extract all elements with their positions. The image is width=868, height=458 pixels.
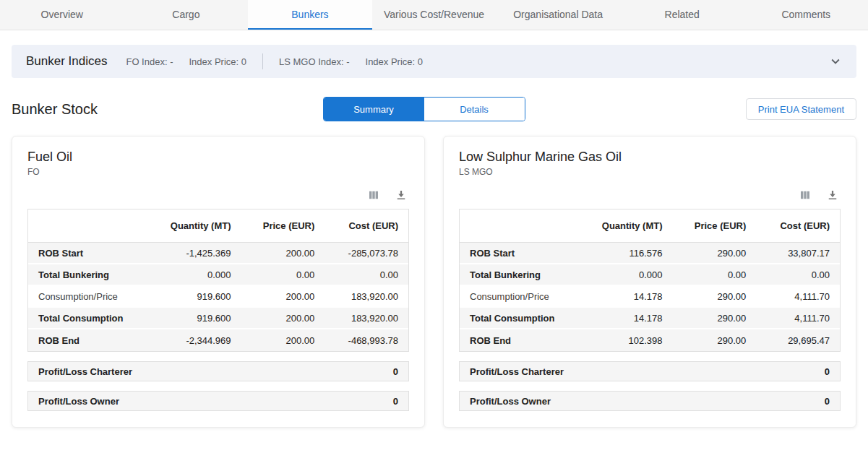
row-quantity: 102.398 bbox=[589, 335, 673, 346]
row-price: 200.00 bbox=[241, 335, 325, 346]
card-actions bbox=[459, 189, 839, 202]
ls-mgo-index-price-label: Index Price: 0 bbox=[366, 56, 424, 67]
table-row-rob-end: ROB End 102.398 290.00 29,695.47 bbox=[460, 329, 840, 351]
fo-index-label: FO Index: - bbox=[126, 56, 173, 67]
table-row-rob-start: ROB Start -1,425.369 200.00 -285,073.78 bbox=[28, 243, 408, 264]
ls-mgo-card: Low Sulphur Marine Gas Oil LS MGO Quanti… bbox=[443, 136, 856, 428]
profit-loss-charterer: Profit/Loss Charterer 0 bbox=[459, 361, 841, 381]
row-price: 0.00 bbox=[673, 269, 757, 280]
row-price: 290.00 bbox=[673, 291, 757, 302]
summary-details-toggle: Summary Details bbox=[323, 97, 525, 121]
row-label: Total Consumption bbox=[460, 313, 589, 324]
header-quantity: Quantity (MT) bbox=[589, 220, 673, 231]
fo-index-price-label: Index Price: 0 bbox=[189, 56, 246, 67]
summary-toggle-button[interactable]: Summary bbox=[324, 98, 424, 121]
row-label: Total Bunkering bbox=[460, 269, 589, 280]
row-label: ROB End bbox=[460, 335, 589, 346]
row-quantity: 14.178 bbox=[589, 313, 673, 324]
print-eua-statement-button[interactable]: Print EUA Statement bbox=[746, 98, 856, 120]
bunker-stock-title: Bunker Stock bbox=[12, 101, 343, 118]
header-price: Price (EUR) bbox=[673, 220, 757, 231]
table-row-total-consumption: Total Consumption 919.600 200.00 183,920… bbox=[28, 308, 408, 329]
row-label: ROB Start bbox=[28, 248, 158, 259]
chevron-down-icon[interactable] bbox=[828, 53, 843, 69]
download-icon[interactable] bbox=[395, 189, 408, 202]
profit-loss-owner: Profit/Loss Owner 0 bbox=[27, 391, 409, 411]
header-cost: Cost (EUR) bbox=[325, 220, 408, 231]
row-price: 0.00 bbox=[241, 269, 325, 280]
card-subtitle: LS MGO bbox=[459, 167, 841, 177]
pl-label: Profit/Loss Owner bbox=[470, 396, 551, 407]
bunker-indices-bar[interactable]: Bunker Indices FO Index: - Index Price: … bbox=[12, 45, 856, 78]
row-quantity: 116.576 bbox=[589, 248, 673, 259]
bunker-table: Quantity (MT) Price (EUR) Cost (EUR) ROB… bbox=[27, 209, 409, 352]
row-price: 290.00 bbox=[673, 248, 757, 259]
header-cost: Cost (EUR) bbox=[756, 220, 840, 231]
row-price: 290.00 bbox=[673, 335, 757, 346]
bunker-indices-title: Bunker Indices bbox=[26, 54, 107, 69]
pl-label: Profit/Loss Charterer bbox=[470, 366, 564, 377]
pl-label: Profit/Loss Charterer bbox=[38, 366, 132, 377]
row-quantity: 919.600 bbox=[158, 313, 241, 324]
row-label: Total Bunkering bbox=[28, 269, 158, 280]
row-cost: -285,073.78 bbox=[325, 248, 408, 259]
row-price: 290.00 bbox=[673, 313, 757, 324]
profit-loss-owner: Profit/Loss Owner 0 bbox=[459, 391, 841, 411]
row-cost: 29,695.47 bbox=[756, 335, 840, 346]
card-subtitle: FO bbox=[27, 167, 409, 177]
pl-value: 0 bbox=[393, 366, 398, 377]
table-row-total-consumption: Total Consumption 14.178 290.00 4,111.70 bbox=[460, 308, 840, 329]
row-price: 200.00 bbox=[241, 248, 325, 259]
row-quantity: 0.000 bbox=[158, 269, 241, 280]
row-cost: 183,920.00 bbox=[325, 291, 408, 302]
card-title: Low Sulphur Marine Gas Oil bbox=[459, 150, 841, 165]
card-title: Fuel Oil bbox=[27, 150, 409, 165]
fuel-oil-card: Fuel Oil FO Quantity (MT) Price (EUR) Co… bbox=[12, 136, 425, 428]
row-cost: 33,807.17 bbox=[756, 248, 840, 259]
bunker-stock-header: Bunker Stock Summary Details Print EUA S… bbox=[12, 97, 856, 121]
profit-loss-charterer: Profit/Loss Charterer 0 bbox=[27, 361, 409, 381]
top-tab-bar: Overview Cargo Bunkers Various Cost/Reve… bbox=[0, 0, 868, 30]
table-header-row: Quantity (MT) Price (EUR) Cost (EUR) bbox=[460, 209, 840, 243]
header-price: Price (EUR) bbox=[241, 220, 325, 231]
row-price: 200.00 bbox=[241, 291, 325, 302]
tab-related[interactable]: Related bbox=[620, 0, 744, 30]
row-quantity: -2,344.969 bbox=[158, 335, 241, 346]
ls-mgo-index-label: LS MGO Index: - bbox=[279, 56, 350, 67]
table-row-rob-start: ROB Start 116.576 290.00 33,807.17 bbox=[460, 243, 840, 264]
pl-label: Profit/Loss Owner bbox=[38, 396, 119, 407]
columns-icon[interactable] bbox=[799, 189, 812, 202]
table-row-consumption-price: Consumption/Price 14.178 290.00 4,111.70 bbox=[460, 286, 840, 308]
table-row-rob-end: ROB End -2,344.969 200.00 -468,993.78 bbox=[28, 329, 408, 351]
bunker-cards: Fuel Oil FO Quantity (MT) Price (EUR) Co… bbox=[12, 136, 856, 428]
tab-cargo[interactable]: Cargo bbox=[124, 0, 249, 30]
indices-divider bbox=[262, 53, 263, 69]
row-quantity: 919.600 bbox=[158, 291, 241, 302]
columns-icon[interactable] bbox=[367, 189, 380, 202]
header-quantity: Quantity (MT) bbox=[158, 220, 241, 231]
details-toggle-button[interactable]: Details bbox=[424, 98, 525, 121]
row-quantity: 0.000 bbox=[589, 269, 673, 280]
bunker-table: Quantity (MT) Price (EUR) Cost (EUR) ROB… bbox=[459, 209, 841, 352]
download-icon[interactable] bbox=[826, 189, 839, 202]
tab-overview[interactable]: Overview bbox=[0, 0, 124, 30]
row-cost: 4,111.70 bbox=[756, 291, 840, 302]
table-row-total-bunkering: Total Bunkering 0.000 0.00 0.00 bbox=[460, 264, 840, 286]
row-cost: 183,920.00 bbox=[325, 313, 408, 324]
card-actions bbox=[27, 189, 408, 202]
table-row-total-bunkering: Total Bunkering 0.000 0.00 0.00 bbox=[28, 264, 408, 286]
row-cost: 0.00 bbox=[325, 269, 408, 280]
pl-value: 0 bbox=[825, 396, 830, 407]
pl-value: 0 bbox=[393, 396, 398, 407]
tab-bunkers[interactable]: Bunkers bbox=[248, 0, 372, 30]
row-cost: 0.00 bbox=[756, 269, 840, 280]
row-label: Consumption/Price bbox=[460, 291, 589, 302]
pl-value: 0 bbox=[825, 366, 830, 377]
row-quantity: 14.178 bbox=[589, 291, 673, 302]
row-price: 200.00 bbox=[241, 313, 325, 324]
row-label: ROB End bbox=[28, 335, 158, 346]
row-cost: 4,111.70 bbox=[756, 313, 840, 324]
tab-organisational-data[interactable]: Organisational Data bbox=[496, 0, 620, 30]
tab-comments[interactable]: Comments bbox=[744, 0, 868, 30]
tab-various-cost-revenue[interactable]: Various Cost/Revenue bbox=[372, 0, 497, 30]
